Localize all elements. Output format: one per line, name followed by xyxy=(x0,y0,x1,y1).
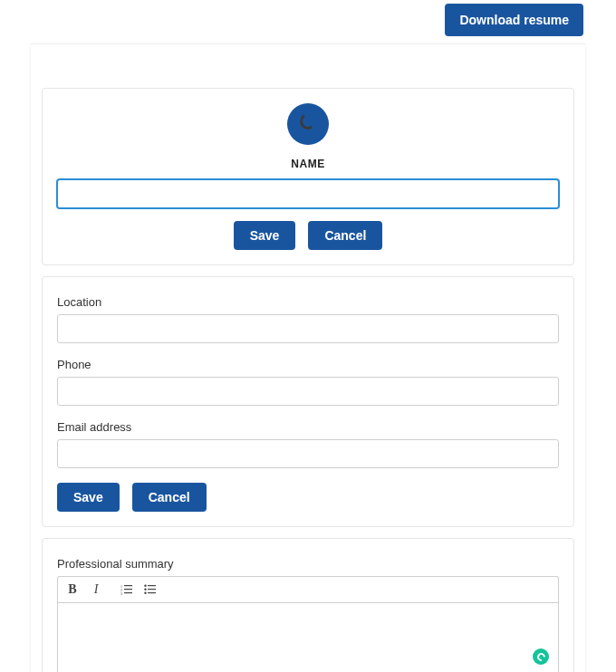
email-group: Email address xyxy=(57,420,559,468)
header-bar: Download resume xyxy=(0,0,616,36)
phone-label: Phone xyxy=(57,358,559,371)
name-button-row: Save Cancel xyxy=(57,221,559,250)
italic-icon[interactable]: I xyxy=(89,582,103,597)
svg-rect-5 xyxy=(124,592,132,593)
email-input[interactable] xyxy=(57,439,559,468)
avatar-placeholder-icon xyxy=(299,112,318,131)
name-card: NAME Save Cancel xyxy=(42,88,574,265)
svg-rect-3 xyxy=(124,589,132,590)
resume-editor-container: NAME Save Cancel Location Phone Email ad… xyxy=(31,43,585,672)
name-label: NAME xyxy=(57,158,559,170)
bold-icon[interactable]: B xyxy=(65,582,80,597)
avatar xyxy=(287,103,329,145)
location-input[interactable] xyxy=(57,314,559,343)
download-resume-button[interactable]: Download resume xyxy=(445,4,583,36)
svg-rect-7 xyxy=(148,585,156,586)
name-input[interactable] xyxy=(57,179,559,208)
contact-save-button[interactable]: Save xyxy=(57,483,120,512)
svg-rect-11 xyxy=(148,592,156,593)
contact-cancel-button[interactable]: Cancel xyxy=(132,483,207,512)
editor-toolbar: B I 1 2 3 xyxy=(57,576,559,602)
email-label: Email address xyxy=(57,420,559,434)
summary-label: Professional summary xyxy=(57,557,559,571)
svg-point-8 xyxy=(144,589,146,590)
phone-input[interactable] xyxy=(57,377,559,406)
summary-editor[interactable] xyxy=(57,602,559,672)
summary-card: Professional summary B I 1 2 3 xyxy=(42,538,574,672)
name-save-button[interactable]: Save xyxy=(234,221,296,250)
grammarly-icon[interactable] xyxy=(533,648,549,665)
location-label: Location xyxy=(57,295,559,309)
svg-rect-9 xyxy=(148,589,156,590)
contact-button-row: Save Cancel xyxy=(57,483,559,512)
svg-text:3: 3 xyxy=(120,591,122,595)
name-cancel-button[interactable]: Cancel xyxy=(308,221,382,250)
location-group: Location xyxy=(57,295,559,343)
svg-rect-1 xyxy=(124,585,132,586)
svg-point-10 xyxy=(144,592,146,594)
unordered-list-icon[interactable] xyxy=(143,582,158,597)
svg-point-6 xyxy=(144,585,146,587)
contact-card: Location Phone Email address Save Cancel xyxy=(42,276,574,527)
ordered-list-icon[interactable]: 1 2 3 xyxy=(120,582,134,597)
phone-group: Phone xyxy=(57,358,559,406)
